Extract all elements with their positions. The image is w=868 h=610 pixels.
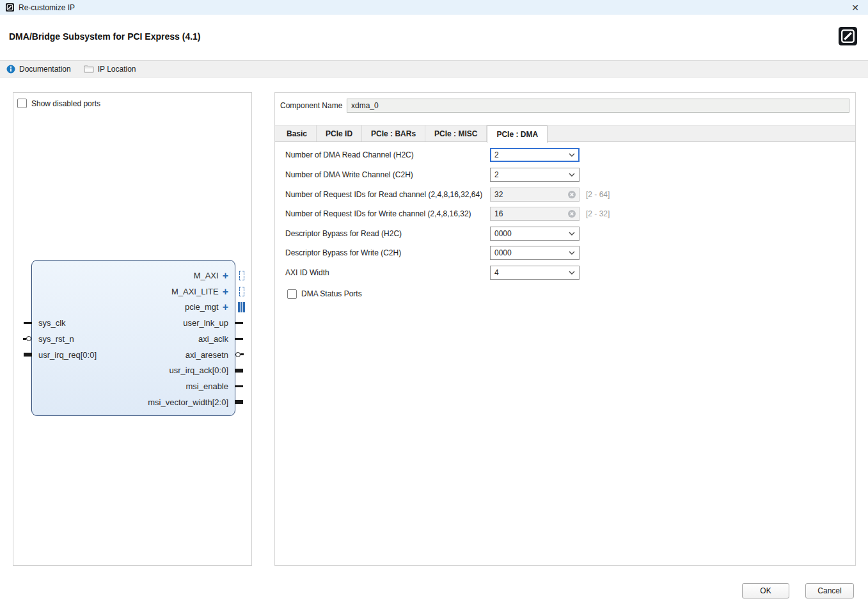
num-dma-read-channel-select[interactable]: 2 [490,148,580,162]
port-label: axi_aresetn [185,347,228,363]
port-sys-clk: sys_clk [38,315,66,331]
toolbar: Documentation IP Location [0,60,868,77]
interface-pcie-mgt[interactable]: pcie_mgt + [185,299,228,315]
port-msi-enable: msi_enable [186,378,229,394]
interface-pin-dashed-icon [239,287,244,296]
component-name-field[interactable]: xdma_0 [347,99,849,113]
pin-stub [23,338,26,340]
component-name-label: Component Name [280,101,347,110]
tab-label: PCIe : DMA [496,130,538,139]
info-icon [6,65,15,74]
tab-pcie-bars[interactable]: PCIe : BARs [362,125,425,141]
tab-label: PCIe : MISC [434,129,477,138]
dma-status-ports-checkbox[interactable] [287,289,297,299]
port-label: msi_enable [186,378,229,394]
port-usr-irq-req: usr_irq_req[0:0] [38,347,97,363]
select-value: 2 [494,170,499,179]
chevron-down-icon [569,271,575,275]
field-label: Number of Request IDs for Write channel … [285,209,490,218]
documentation-button[interactable]: Documentation [6,65,71,74]
pin-stub [241,353,244,355]
ok-button[interactable]: OK [742,583,789,598]
port-label: usr_irq_ack[0:0] [170,362,229,378]
port-label: M_AXI_LITE [171,284,219,300]
recustomize-ip-dialog: Re-customize IP ✕ DMA/Bridge Subsystem f… [0,0,868,610]
clear-icon[interactable] [567,190,576,199]
tab-label: PCIe ID [326,129,352,138]
field-label: AXI ID Width [285,268,490,277]
chevron-down-icon [569,232,575,236]
dialog-header: DMA/Bridge Subsystem for PCI Express (4.… [0,15,868,60]
bus-pin-stub [24,353,32,357]
component-name-value: xdma_0 [351,101,379,110]
pin-stub [24,322,32,324]
select-value: 0000 [494,229,512,238]
port-sys-rst-n: sys_rst_n [38,331,74,347]
cancel-button[interactable]: Cancel [805,583,854,598]
expand-plus-icon[interactable]: + [223,284,228,300]
pin-stub [235,385,243,387]
select-value: 4 [494,268,499,277]
tab-pcie-id[interactable]: PCIe ID [317,125,362,141]
chevron-down-icon [569,173,575,177]
num-request-ids-write-input[interactable]: 16 [490,207,580,221]
tab-pcie-dma[interactable]: PCIe : DMA [487,125,548,143]
active-low-pin-icon [235,352,241,357]
ip-block: M_AXI + M_AXI_LITE + pcie_mgt + user_lnk… [31,260,235,416]
axi-id-width-select[interactable]: 4 [490,266,580,280]
configuration-panel: Component Name xdma_0 Basic PCIe ID PCIe… [274,92,856,566]
select-value: 2 [494,150,499,159]
field-label: Descriptor Bypass for Read (H2C) [285,229,490,238]
port-label: sys_clk [38,318,66,328]
field-label: Descriptor Bypass for Write (C2H) [285,248,490,257]
field-hint: [2 - 32] [586,209,610,218]
window-title: Re-customize IP [19,3,75,12]
port-user-lnk-up: user_lnk_up [183,315,228,331]
interface-m-axi-lite[interactable]: M_AXI_LITE + [171,284,228,300]
num-dma-write-channel-select[interactable]: 2 [490,168,580,182]
port-label: msi_vector_width[2:0] [148,394,228,410]
port-axi-aresetn: axi_aresetn [185,347,228,363]
expand-plus-icon[interactable]: + [223,299,228,315]
expand-plus-icon[interactable]: + [223,268,228,284]
close-button[interactable]: ✕ [848,1,862,15]
field-label: Number of Request IDs for Read channel (… [285,190,490,199]
descriptor-bypass-read-select[interactable]: 0000 [490,227,580,241]
bus-pin-stub [235,369,243,373]
active-low-pin-icon [26,336,31,341]
xilinx-logo [839,27,857,45]
port-label: user_lnk_up [183,315,228,331]
interface-pin-solid-icon [238,302,245,312]
descriptor-bypass-write-select[interactable]: 0000 [490,246,580,260]
clear-icon[interactable] [567,209,576,218]
interface-m-axi[interactable]: M_AXI + [194,268,228,284]
port-usr-irq-ack: usr_irq_ack[0:0] [170,362,229,378]
tab-label: Basic [287,129,307,138]
chevron-down-icon [569,251,575,255]
xilinx-app-icon [6,3,14,12]
pin-stub [235,322,243,324]
num-request-ids-read-input[interactable]: 32 [490,188,580,202]
bus-pin-stub [235,400,243,404]
port-label: axi_aclk [198,331,228,347]
port-label: M_AXI [194,268,219,284]
port-axi-aclk: axi_aclk [198,331,228,347]
port-label: sys_rst_n [38,334,74,344]
field-label: Number of DMA Write Channel (C2H) [285,170,490,179]
show-disabled-ports-checkbox[interactable] [17,99,27,108]
block-diagram-panel: Show disabled ports M_AXI + M_AXI_LITE +… [13,92,252,566]
input-value: 32 [494,190,503,199]
documentation-label: Documentation [19,65,71,74]
chevron-down-icon [569,153,575,157]
pin-stub [235,338,243,340]
page-title: DMA/Bridge Subsystem for PCI Express (4.… [9,31,201,42]
close-icon: ✕ [851,3,859,13]
ip-location-button[interactable]: IP Location [84,65,136,74]
tab-bar: Basic PCIe ID PCIe : BARs PCIe : MISC PC… [275,125,855,142]
folder-icon [84,65,94,73]
port-msi-vector-width: msi_vector_width[2:0] [148,394,228,410]
tab-basic[interactable]: Basic [278,125,317,141]
select-value: 0000 [494,248,512,257]
tab-pcie-misc[interactable]: PCIe : MISC [425,125,487,141]
tab-label: PCIe : BARs [371,129,416,138]
